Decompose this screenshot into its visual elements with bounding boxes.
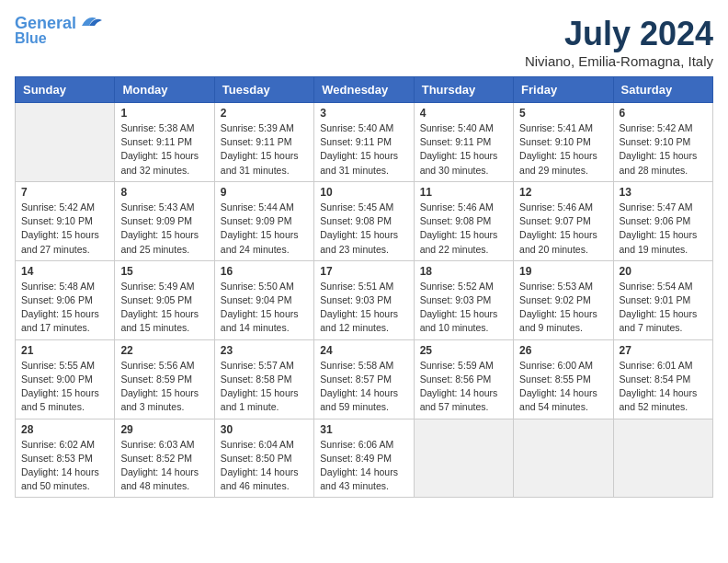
day-number: 28 xyxy=(21,423,108,436)
calendar-cell: 2Sunrise: 5:39 AMSunset: 9:11 PMDaylight… xyxy=(214,103,313,182)
logo-bird-icon xyxy=(78,13,104,29)
calendar-cell: 20Sunrise: 5:54 AMSunset: 9:01 PMDayligh… xyxy=(613,260,712,339)
logo: General Blue xyxy=(15,15,104,46)
calendar-cell: 6Sunrise: 5:42 AMSunset: 9:10 PMDaylight… xyxy=(613,103,712,182)
day-number: 27 xyxy=(620,344,707,357)
day-number: 24 xyxy=(320,344,407,357)
calendar-cell: 14Sunrise: 5:48 AMSunset: 9:06 PMDayligh… xyxy=(16,260,115,339)
day-info: Sunrise: 5:45 AMSunset: 9:08 PMDaylight:… xyxy=(320,201,407,257)
day-number: 21 xyxy=(21,344,108,357)
calendar-cell: 12Sunrise: 5:46 AMSunset: 9:07 PMDayligh… xyxy=(514,181,613,260)
week-row-5: 28Sunrise: 6:02 AMSunset: 8:53 PMDayligh… xyxy=(16,419,713,498)
day-info: Sunrise: 5:57 AMSunset: 8:58 PMDaylight:… xyxy=(221,359,308,415)
day-info: Sunrise: 5:46 AMSunset: 9:07 PMDaylight:… xyxy=(519,201,607,257)
calendar-cell: 15Sunrise: 5:49 AMSunset: 9:05 PMDayligh… xyxy=(115,260,214,339)
calendar-cell: 27Sunrise: 6:01 AMSunset: 8:54 PMDayligh… xyxy=(613,339,712,419)
day-number: 19 xyxy=(519,265,607,278)
calendar-cell: 13Sunrise: 5:47 AMSunset: 9:06 PMDayligh… xyxy=(613,181,712,260)
day-info: Sunrise: 5:55 AMSunset: 9:00 PMDaylight:… xyxy=(21,359,108,415)
day-number: 4 xyxy=(420,107,507,120)
day-info: Sunrise: 5:40 AMSunset: 9:11 PMDaylight:… xyxy=(320,121,407,178)
day-number: 13 xyxy=(620,186,707,199)
calendar-cell: 11Sunrise: 5:46 AMSunset: 9:08 PMDayligh… xyxy=(414,181,513,260)
day-number: 11 xyxy=(420,186,507,199)
calendar-cell: 1Sunrise: 5:38 AMSunset: 9:11 PMDaylight… xyxy=(115,103,214,182)
day-info: Sunrise: 6:06 AMSunset: 8:49 PMDaylight:… xyxy=(320,438,407,494)
day-info: Sunrise: 5:39 AMSunset: 9:11 PMDaylight:… xyxy=(221,121,308,178)
day-number: 15 xyxy=(120,265,208,278)
calendar-cell: 23Sunrise: 5:57 AMSunset: 8:58 PMDayligh… xyxy=(214,339,313,419)
day-number: 23 xyxy=(221,344,308,357)
week-row-3: 14Sunrise: 5:48 AMSunset: 9:06 PMDayligh… xyxy=(16,260,713,339)
day-number: 20 xyxy=(620,265,707,278)
day-number: 3 xyxy=(320,107,407,120)
calendar-cell: 31Sunrise: 6:06 AMSunset: 8:49 PMDayligh… xyxy=(314,419,414,498)
day-number: 14 xyxy=(21,265,108,278)
calendar-cell: 26Sunrise: 6:00 AMSunset: 8:55 PMDayligh… xyxy=(514,339,613,419)
calendar-cell: 8Sunrise: 5:43 AMSunset: 9:09 PMDaylight… xyxy=(115,181,214,260)
day-number: 18 xyxy=(420,265,507,278)
calendar-cell: 16Sunrise: 5:50 AMSunset: 9:04 PMDayligh… xyxy=(214,260,313,339)
day-number: 17 xyxy=(320,265,407,278)
calendar-cell: 28Sunrise: 6:02 AMSunset: 8:53 PMDayligh… xyxy=(16,419,115,498)
title-block: July 2024 Niviano, Emilia-Romagna, Italy xyxy=(525,15,713,69)
calendar-cell: 21Sunrise: 5:55 AMSunset: 9:00 PMDayligh… xyxy=(16,339,115,419)
calendar-cell xyxy=(613,419,712,498)
day-number: 26 xyxy=(519,344,607,357)
day-info: Sunrise: 5:41 AMSunset: 9:10 PMDaylight:… xyxy=(519,121,607,178)
day-info: Sunrise: 5:49 AMSunset: 9:05 PMDaylight:… xyxy=(120,280,208,336)
week-row-1: 1Sunrise: 5:38 AMSunset: 9:11 PMDaylight… xyxy=(16,103,713,182)
day-info: Sunrise: 5:58 AMSunset: 8:57 PMDaylight:… xyxy=(320,359,407,415)
day-info: Sunrise: 6:01 AMSunset: 8:54 PMDaylight:… xyxy=(620,359,707,415)
calendar-cell xyxy=(414,419,513,498)
day-info: Sunrise: 6:03 AMSunset: 8:52 PMDaylight:… xyxy=(120,438,208,494)
day-number: 30 xyxy=(221,423,308,436)
subtitle: Niviano, Emilia-Romagna, Italy xyxy=(525,53,713,69)
day-number: 8 xyxy=(120,186,208,199)
calendar-cell: 3Sunrise: 5:40 AMSunset: 9:11 PMDaylight… xyxy=(314,103,414,182)
week-row-4: 21Sunrise: 5:55 AMSunset: 9:00 PMDayligh… xyxy=(16,339,713,419)
day-info: Sunrise: 5:44 AMSunset: 9:09 PMDaylight:… xyxy=(221,201,308,257)
calendar-cell: 18Sunrise: 5:52 AMSunset: 9:03 PMDayligh… xyxy=(414,260,513,339)
logo-blue: Blue xyxy=(15,31,47,46)
day-info: Sunrise: 5:42 AMSunset: 9:10 PMDaylight:… xyxy=(21,201,108,257)
weekday-header-row: SundayMondayTuesdayWednesdayThursdayFrid… xyxy=(16,77,713,103)
page-header: General Blue July 2024 Niviano, Emilia-R… xyxy=(15,15,713,69)
day-info: Sunrise: 6:04 AMSunset: 8:50 PMDaylight:… xyxy=(221,438,308,494)
day-info: Sunrise: 5:48 AMSunset: 9:06 PMDaylight:… xyxy=(21,280,108,336)
weekday-header-sunday: Sunday xyxy=(16,77,115,103)
weekday-header-tuesday: Tuesday xyxy=(214,77,313,103)
calendar-cell: 9Sunrise: 5:44 AMSunset: 9:09 PMDaylight… xyxy=(214,181,313,260)
day-number: 9 xyxy=(221,186,308,199)
calendar-cell: 10Sunrise: 5:45 AMSunset: 9:08 PMDayligh… xyxy=(314,181,414,260)
calendar-cell: 22Sunrise: 5:56 AMSunset: 8:59 PMDayligh… xyxy=(115,339,214,419)
calendar-cell: 30Sunrise: 6:04 AMSunset: 8:50 PMDayligh… xyxy=(214,419,313,498)
day-info: Sunrise: 5:59 AMSunset: 8:56 PMDaylight:… xyxy=(420,359,507,415)
day-number: 16 xyxy=(221,265,308,278)
day-info: Sunrise: 5:46 AMSunset: 9:08 PMDaylight:… xyxy=(420,201,507,257)
day-info: Sunrise: 5:40 AMSunset: 9:11 PMDaylight:… xyxy=(420,121,507,178)
day-number: 29 xyxy=(120,423,208,436)
day-info: Sunrise: 5:56 AMSunset: 8:59 PMDaylight:… xyxy=(120,359,208,415)
calendar-cell: 29Sunrise: 6:03 AMSunset: 8:52 PMDayligh… xyxy=(115,419,214,498)
day-info: Sunrise: 5:54 AMSunset: 9:01 PMDaylight:… xyxy=(620,280,707,336)
calendar-cell: 19Sunrise: 5:53 AMSunset: 9:02 PMDayligh… xyxy=(514,260,613,339)
day-number: 25 xyxy=(420,344,507,357)
day-number: 31 xyxy=(320,423,407,436)
day-number: 1 xyxy=(120,107,208,120)
calendar-cell: 17Sunrise: 5:51 AMSunset: 9:03 PMDayligh… xyxy=(314,260,414,339)
calendar-cell: 7Sunrise: 5:42 AMSunset: 9:10 PMDaylight… xyxy=(16,181,115,260)
calendar-cell xyxy=(16,103,115,182)
logo-general: General xyxy=(15,14,76,32)
calendar-table: SundayMondayTuesdayWednesdayThursdayFrid… xyxy=(15,76,713,498)
weekday-header-saturday: Saturday xyxy=(613,77,712,103)
week-row-2: 7Sunrise: 5:42 AMSunset: 9:10 PMDaylight… xyxy=(16,181,713,260)
day-info: Sunrise: 5:52 AMSunset: 9:03 PMDaylight:… xyxy=(420,280,507,336)
calendar-cell xyxy=(514,419,613,498)
day-info: Sunrise: 5:53 AMSunset: 9:02 PMDaylight:… xyxy=(519,280,607,336)
day-number: 12 xyxy=(519,186,607,199)
calendar-cell: 25Sunrise: 5:59 AMSunset: 8:56 PMDayligh… xyxy=(414,339,513,419)
day-info: Sunrise: 6:00 AMSunset: 8:55 PMDaylight:… xyxy=(519,359,607,415)
day-number: 7 xyxy=(21,186,108,199)
day-info: Sunrise: 5:42 AMSunset: 9:10 PMDaylight:… xyxy=(620,121,707,178)
